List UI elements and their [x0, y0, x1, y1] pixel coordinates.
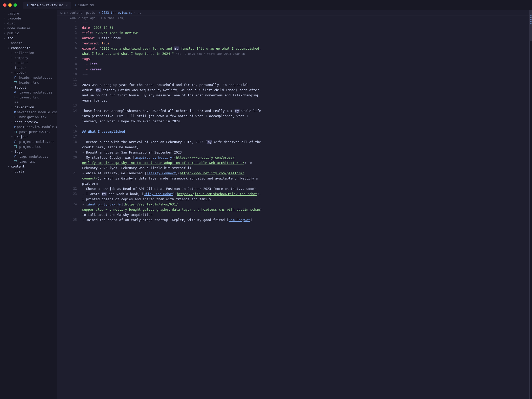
sidebar-item-components[interactable]: components — [0, 45, 57, 50]
sidebar-item-label: layout — [15, 85, 26, 89]
chevron-icon — [10, 56, 14, 59]
css-file-icon: # — [14, 140, 18, 143]
markdown-icon: ⬇ — [27, 3, 29, 7]
line-content: - I wrote my son Noah a book, [Riley the… — [80, 192, 529, 197]
line-content: - My startup, Gatsby, was [acquired by N… — [80, 155, 529, 161]
chevron-icon — [3, 37, 6, 39]
tsx-file-icon: TS — [14, 96, 18, 99]
line-number: 12 — [57, 83, 80, 88]
close-button[interactable] — [3, 3, 6, 7]
line-number: 18 — [57, 140, 80, 145]
table-row: 9 - career — [57, 67, 529, 72]
line-number — [57, 166, 80, 171]
sidebar-item-navigation[interactable]: navigation — [0, 105, 57, 110]
line-content: and we bought our first house. By any me… — [80, 93, 529, 98]
table-row: years for us. — [57, 98, 529, 103]
tsx-file-icon: TS — [14, 130, 18, 134]
sidebar-item-posts[interactable]: posts — [0, 169, 57, 174]
bc-ellipsis: ... — [136, 11, 142, 15]
table-row: to talk about the Gatsby acquisition — [57, 212, 529, 218]
line-number: 9 — [57, 67, 80, 72]
table-row: 24 - [Went on Syntax.fm](https://syntax.… — [57, 202, 529, 207]
line-content: ## What I accomplished — [80, 129, 529, 135]
sidebar-item-pp-tsx[interactable]: TS post-preview.tsx — [0, 129, 57, 134]
line-content: tags: — [80, 57, 529, 62]
line-number: 2 — [57, 25, 80, 31]
tab-2023-in-review[interactable]: ⬇ 2023-in-review.md ✕ — [23, 2, 71, 9]
sidebar-item-tags-tsx[interactable]: TS tags.tsx — [0, 159, 57, 164]
chevron-icon — [7, 46, 10, 49]
sidebar-item-pp-css[interactable]: # post-preview.module.css — [0, 124, 57, 129]
breadcrumb: src › content › posts › ⬇ 2023-in-review… — [57, 10, 529, 16]
sidebar-item-node-modules[interactable]: node_modules — [0, 26, 57, 31]
table-row: 18 - Became a dad with the arrival of No… — [57, 140, 529, 145]
line-content: into perspective. But, I'll still jot do… — [80, 114, 529, 119]
sidebar-item-dist[interactable]: dist — [0, 21, 57, 26]
line-number: 22 — [57, 187, 80, 192]
sidebar-item-public[interactable]: public — [0, 31, 57, 36]
sidebar-item-contact[interactable]: contact — [0, 60, 57, 65]
sidebar-item-proj-css[interactable]: # project.module.css — [0, 139, 57, 144]
sidebar: .astro .vscode dist node_modules public … — [0, 10, 57, 399]
line-number — [57, 161, 80, 166]
line-content: - Chose a new job as Head of API Client … — [80, 187, 529, 192]
minimap[interactable] — [529, 10, 532, 399]
sidebar-item-content[interactable]: content — [0, 164, 57, 169]
sidebar-item-footer[interactable]: footer — [0, 65, 57, 70]
chevron-icon — [10, 135, 14, 138]
sidebar-item-label: posts — [15, 169, 24, 173]
sidebar-item-tags[interactable]: tags — [0, 149, 57, 154]
line-number — [57, 176, 80, 181]
chevron-icon — [7, 165, 10, 168]
titlebar: ⬇ 2023-in-review.md ✕ ⬇ index.md — [0, 0, 532, 10]
minimap-thumb[interactable] — [530, 10, 532, 41]
tab-index[interactable]: ⬇ index.md — [71, 2, 97, 9]
line-content: I printed dozens of copies and shared th… — [80, 197, 529, 202]
chevron-icon — [10, 170, 14, 173]
sidebar-item-project[interactable]: project — [0, 134, 57, 139]
sidebar-item-layout-css[interactable]: # layout.module.css — [0, 90, 57, 95]
code-editor[interactable]: 1 --- 2 date: 2023-12-31 3 title: "2023:… — [57, 20, 529, 399]
table-row: 8 - life — [57, 62, 529, 67]
sidebar-item-nav-css[interactable]: # navigation.module.css — [0, 110, 57, 115]
line-number: 11 — [57, 77, 80, 83]
line-content: netlify-acquires-gatsby-inc-to-accelerat… — [80, 161, 529, 166]
tab-label-2: index.md — [78, 3, 94, 7]
sidebar-item-layout-tsx[interactable]: TS layout.tsx — [0, 95, 57, 100]
tab-close-icon[interactable]: ✕ — [66, 3, 68, 7]
sidebar-item-tags-css[interactable]: # tags.module.css — [0, 154, 57, 159]
minimize-button[interactable] — [8, 3, 12, 7]
sidebar-item-post-preview[interactable]: post-preview — [0, 119, 57, 124]
chevron-icon — [10, 150, 14, 153]
line-content: learned, and what I hope to do even bett… — [80, 119, 529, 124]
sidebar-item-nav-tsx[interactable]: TS navigation.tsx — [0, 115, 57, 119]
sidebar-item-assets[interactable]: assets — [0, 41, 57, 45]
sidebar-item-header-tsx[interactable]: TS header.tsx — [0, 80, 57, 85]
table-row: into perspective. But, I'll still jot do… — [57, 114, 529, 119]
sidebar-item-header-css[interactable]: # header.module.css — [0, 75, 57, 80]
table-row: February 2023 (yes, February was a littl… — [57, 166, 529, 171]
line-content — [80, 124, 529, 129]
line-number: 10 — [57, 72, 80, 77]
sidebar-item-vscode[interactable]: .vscode — [0, 16, 57, 21]
css-file-icon: # — [14, 125, 16, 129]
line-number: 4 — [57, 36, 80, 41]
sidebar-item-label: post-preview — [15, 120, 38, 124]
sidebar-item-company[interactable]: company — [0, 55, 57, 60]
line-content: to talk about the Gatsby acquisition — [80, 212, 529, 218]
maximize-button[interactable] — [14, 3, 17, 7]
line-content: --- — [80, 72, 529, 77]
sidebar-item-proj-tsx[interactable]: TS project.tsx — [0, 144, 57, 149]
sidebar-item-me[interactable]: me — [0, 100, 57, 105]
table-row: connect/), which is Gatsby's data layer … — [57, 176, 529, 181]
sidebar-item-layout[interactable]: layout — [0, 85, 57, 90]
line-number: 15 — [57, 124, 80, 129]
sidebar-item-src[interactable]: src — [0, 36, 57, 41]
sidebar-item-header[interactable]: header — [0, 70, 57, 75]
minimap-dot — [530, 19, 531, 20]
table-row: 20 - My startup, Gatsby, was [acquired b… — [57, 155, 529, 161]
sidebar-item-collection[interactable]: collection — [0, 50, 57, 55]
sidebar-item-astro[interactable]: .astro — [0, 11, 57, 16]
chevron-icon — [10, 121, 14, 123]
line-content: date: 2023-12-31 — [80, 25, 529, 31]
